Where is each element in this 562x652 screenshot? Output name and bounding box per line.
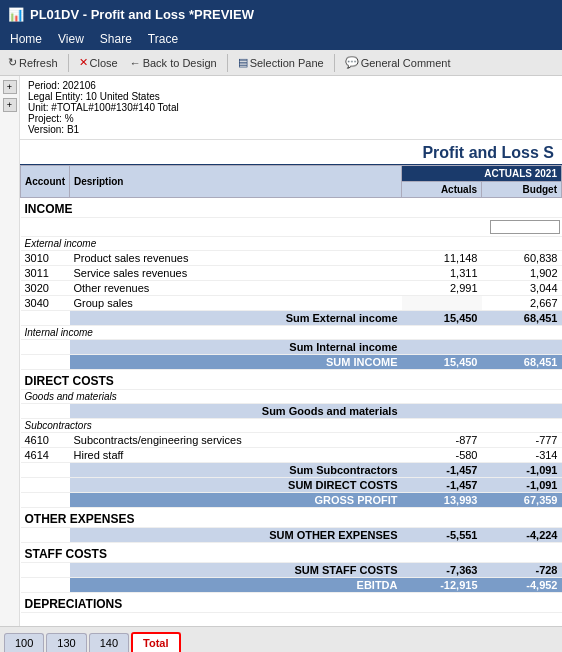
table-row: Sum Internal income bbox=[21, 340, 562, 355]
actuals-cell: 2,991 bbox=[402, 281, 482, 296]
sum-label: SUM DIRECT COSTS bbox=[70, 478, 402, 493]
tab-140[interactable]: 140 bbox=[89, 633, 129, 652]
col-header-account: Account bbox=[21, 166, 70, 198]
sum-actuals: 15,450 bbox=[402, 311, 482, 326]
tab-130[interactable]: 130 bbox=[46, 633, 86, 652]
sum-dark-empty bbox=[21, 493, 70, 508]
table-row: INCOME bbox=[21, 198, 562, 218]
budget-cell: -777 bbox=[482, 433, 562, 448]
table-row: STAFF COSTS bbox=[21, 543, 562, 563]
income-box-empty bbox=[21, 218, 402, 237]
selection-icon: ▤ bbox=[238, 56, 248, 69]
report-title: Profit and Loss S bbox=[20, 140, 562, 165]
sum-label-empty bbox=[21, 478, 70, 493]
expand-btn-1[interactable]: + bbox=[3, 80, 17, 94]
sum-budget: 68,451 bbox=[482, 311, 562, 326]
sum-actuals: -1,457 bbox=[402, 463, 482, 478]
unit-label: Unit: #TOTAL#100#130#140 Total bbox=[28, 102, 554, 113]
table-row: DEPRECIATIONS bbox=[21, 593, 562, 613]
selection-pane-button[interactable]: ▤ Selection Pane bbox=[234, 55, 328, 70]
menu-bar: Home View Share Trace bbox=[0, 28, 562, 50]
table-row: DIRECT COSTS bbox=[21, 370, 562, 390]
italic-header: External income bbox=[21, 237, 562, 251]
sum-label: Sum Subcontractors bbox=[70, 463, 402, 478]
sum-dark-label: EBITDA bbox=[70, 578, 402, 593]
italic-header: Goods and materials bbox=[21, 390, 562, 404]
budget-cell: 3,044 bbox=[482, 281, 562, 296]
table-row: 3020 Other revenues 2,9913,044 bbox=[21, 281, 562, 296]
tab-total[interactable]: Total bbox=[131, 632, 180, 652]
sum-label-empty bbox=[21, 563, 70, 578]
sum-dark-empty bbox=[21, 578, 70, 593]
sum-label: SUM STAFF COSTS bbox=[70, 563, 402, 578]
legal-entity-label: Legal Entity: 10 United States bbox=[28, 91, 554, 102]
table-row: Goods and materials bbox=[21, 390, 562, 404]
period-label: Period: 202106 bbox=[28, 80, 554, 91]
sum-budget bbox=[482, 340, 562, 355]
table-row: OTHER EXPENSES bbox=[21, 508, 562, 528]
table-row: Sum External income 15,450 68,451 bbox=[21, 311, 562, 326]
actuals-cell: -877 bbox=[402, 433, 482, 448]
sum-actuals: -1,457 bbox=[402, 478, 482, 493]
back-to-design-button[interactable]: ← Back to Design bbox=[126, 56, 221, 70]
sum-actuals: -7,363 bbox=[402, 563, 482, 578]
table-row: 3040 Group sales 2,667 bbox=[21, 296, 562, 311]
table-row: Subcontractors bbox=[21, 419, 562, 433]
table-row: Sum Subcontractors -1,457 -1,091 bbox=[21, 463, 562, 478]
general-comment-button[interactable]: 💬 General Comment bbox=[341, 55, 455, 70]
menu-home[interactable]: Home bbox=[8, 31, 44, 47]
account-cell: 4614 bbox=[21, 448, 70, 463]
financial-table: Account Desription ACTUALS 2021 Actuals … bbox=[20, 165, 562, 613]
separator-2 bbox=[227, 54, 228, 72]
expand-btn-2[interactable]: + bbox=[3, 98, 17, 112]
sum-dark-budget: 68,451 bbox=[482, 355, 562, 370]
table-row: Internal income bbox=[21, 326, 562, 340]
table-row: 3011 Service sales revenues 1,3111,902 bbox=[21, 266, 562, 281]
sum-label-empty bbox=[21, 404, 70, 419]
version-label: Version: B1 bbox=[28, 124, 554, 135]
main-content[interactable]: Period: 202106 Legal Entity: 10 United S… bbox=[20, 76, 562, 626]
refresh-button[interactable]: ↻ Refresh bbox=[4, 55, 62, 70]
sum-label: Sum Goods and materials bbox=[70, 404, 402, 419]
account-cell: 4610 bbox=[21, 433, 70, 448]
table-row: SUM STAFF COSTS -7,363 -728 bbox=[21, 563, 562, 578]
budget-cell: -314 bbox=[482, 448, 562, 463]
sum-actuals bbox=[402, 340, 482, 355]
menu-share[interactable]: Share bbox=[98, 31, 134, 47]
sum-label: SUM OTHER EXPENSES bbox=[70, 528, 402, 543]
app-icon: 📊 bbox=[8, 7, 24, 22]
close-button[interactable]: ✕ Close bbox=[75, 55, 122, 70]
section-header: DEPRECIATIONS bbox=[21, 593, 562, 613]
budget-cell: 1,902 bbox=[482, 266, 562, 281]
sum-dark-label: GROSS PROFIT bbox=[70, 493, 402, 508]
italic-header: Subcontractors bbox=[21, 419, 562, 433]
separator-3 bbox=[334, 54, 335, 72]
sum-budget: -1,091 bbox=[482, 463, 562, 478]
tab-100[interactable]: 100 bbox=[4, 633, 44, 652]
actuals-cell: 11,148 bbox=[402, 251, 482, 266]
content-area: + + Period: 202106 Legal Entity: 10 Unit… bbox=[0, 76, 562, 626]
menu-trace[interactable]: Trace bbox=[146, 31, 180, 47]
account-cell: 3011 bbox=[21, 266, 70, 281]
actuals-cell: -580 bbox=[402, 448, 482, 463]
table-row: External income bbox=[21, 237, 562, 251]
sum-dark-actuals: 13,993 bbox=[402, 493, 482, 508]
table-row: 4610 Subcontracts/engineering services -… bbox=[21, 433, 562, 448]
account-cell: 3010 bbox=[21, 251, 70, 266]
tab-bar: 100130140Total bbox=[0, 626, 562, 652]
sum-label: Sum External income bbox=[70, 311, 402, 326]
sum-label-empty bbox=[21, 528, 70, 543]
comment-icon: 💬 bbox=[345, 56, 359, 69]
desc-cell: Service sales revenues bbox=[70, 266, 402, 281]
menu-view[interactable]: View bbox=[56, 31, 86, 47]
desc-cell: Product sales revenues bbox=[70, 251, 402, 266]
section-header: DIRECT COSTS bbox=[21, 370, 562, 390]
table-row: SUM DIRECT COSTS -1,457 -1,091 bbox=[21, 478, 562, 493]
back-icon: ← bbox=[130, 57, 141, 69]
budget-cell: 2,667 bbox=[482, 296, 562, 311]
sum-budget: -1,091 bbox=[482, 478, 562, 493]
refresh-icon: ↻ bbox=[8, 56, 17, 69]
sum-dark-actuals: -12,915 bbox=[402, 578, 482, 593]
sum-dark-empty bbox=[21, 355, 70, 370]
desc-cell: Hired staff bbox=[70, 448, 402, 463]
